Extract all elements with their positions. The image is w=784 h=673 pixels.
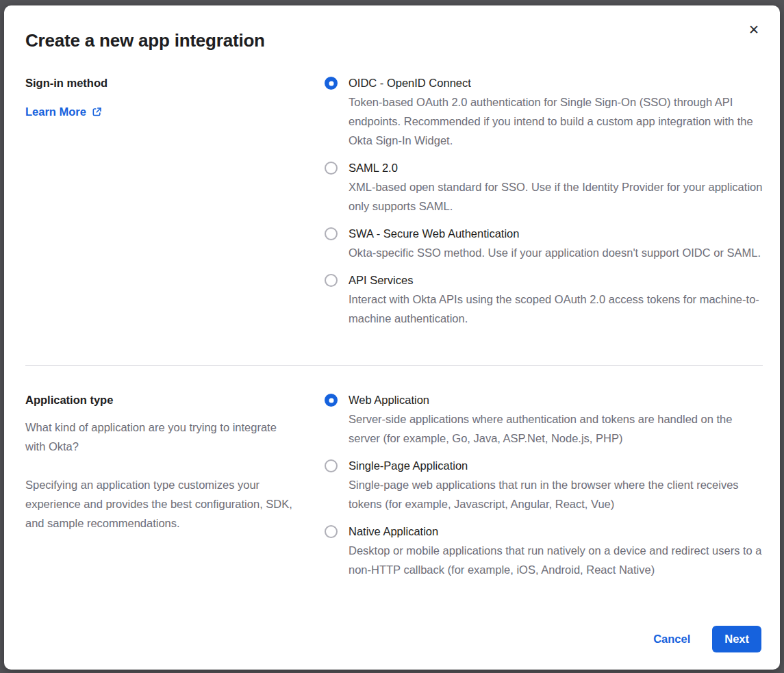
page-title: Create a new app integration	[25, 30, 763, 51]
application-type-options: Web Application Server-side applications…	[325, 390, 763, 587]
radio-icon[interactable]	[325, 162, 338, 175]
radio-option-web-application[interactable]: Web Application Server-side applications…	[325, 390, 763, 448]
radio-option-label: Single-Page Application	[349, 456, 763, 475]
next-button[interactable]: Next	[712, 626, 761, 652]
radio-option-description: Interact with Okta APIs using the scoped…	[349, 290, 763, 328]
application-type-description-2: Specifying an application type customize…	[25, 475, 297, 533]
radio-option-description: Okta-specific SSO method. Use if your ap…	[349, 243, 761, 262]
cancel-button[interactable]: Cancel	[653, 633, 690, 646]
radio-icon[interactable]	[325, 77, 338, 90]
radio-option-api-services[interactable]: API Services Interact with Okta APIs usi…	[325, 270, 763, 328]
radio-icon[interactable]	[325, 227, 338, 240]
create-app-integration-modal: ✕ Create a new app integration Sign-in m…	[4, 5, 780, 670]
signin-method-left-column: Sign-in method Learn More	[25, 73, 325, 336]
radio-option-label: API Services	[349, 270, 763, 290]
radio-option-label: SWA - Secure Web Authentication	[349, 224, 761, 243]
radio-option-label: Web Application	[349, 390, 763, 409]
application-type-heading: Application type	[25, 390, 297, 409]
signin-method-heading: Sign-in method	[25, 73, 297, 92]
radio-icon[interactable]	[325, 274, 338, 287]
radio-option-description: Desktop or mobile applications that run …	[349, 541, 763, 579]
radio-option-description: Token-based OAuth 2.0 authentication for…	[349, 92, 763, 150]
radio-option-oidc[interactable]: OIDC - OpenID Connect Token-based OAuth …	[325, 73, 763, 150]
signin-method-options: OIDC - OpenID Connect Token-based OAuth …	[325, 73, 763, 336]
application-type-description-1: What kind of application are you trying …	[25, 418, 297, 456]
application-type-left-column: Application type What kind of applicatio…	[25, 390, 325, 587]
external-link-icon	[92, 107, 102, 117]
radio-icon[interactable]	[325, 459, 338, 472]
radio-option-label: Native Application	[349, 522, 763, 541]
signin-method-section: Sign-in method Learn More OIDC - OpenID …	[25, 73, 763, 336]
radio-option-description: Single-page web applications that run in…	[349, 475, 763, 513]
modal-footer: Cancel Next	[21, 626, 763, 652]
radio-option-swa[interactable]: SWA - Secure Web Authentication Okta-spe…	[325, 224, 763, 262]
radio-option-saml[interactable]: SAML 2.0 XML-based open standard for SSO…	[325, 158, 763, 216]
application-type-section: Application type What kind of applicatio…	[25, 390, 763, 587]
radio-option-single-page-application[interactable]: Single-Page Application Single-page web …	[325, 456, 763, 513]
learn-more-link[interactable]: Learn More	[25, 102, 102, 121]
radio-icon[interactable]	[325, 394, 338, 407]
close-icon[interactable]: ✕	[748, 23, 759, 36]
radio-option-description: XML-based open standard for SSO. Use if …	[349, 177, 763, 216]
radio-option-label: OIDC - OpenID Connect	[349, 73, 763, 92]
radio-option-label: SAML 2.0	[349, 158, 763, 177]
learn-more-label: Learn More	[25, 102, 86, 121]
radio-option-description: Server-side applications where authentic…	[349, 409, 763, 448]
radio-icon[interactable]	[325, 525, 338, 538]
radio-option-native-application[interactable]: Native Application Desktop or mobile app…	[325, 522, 763, 579]
section-divider	[25, 365, 763, 366]
